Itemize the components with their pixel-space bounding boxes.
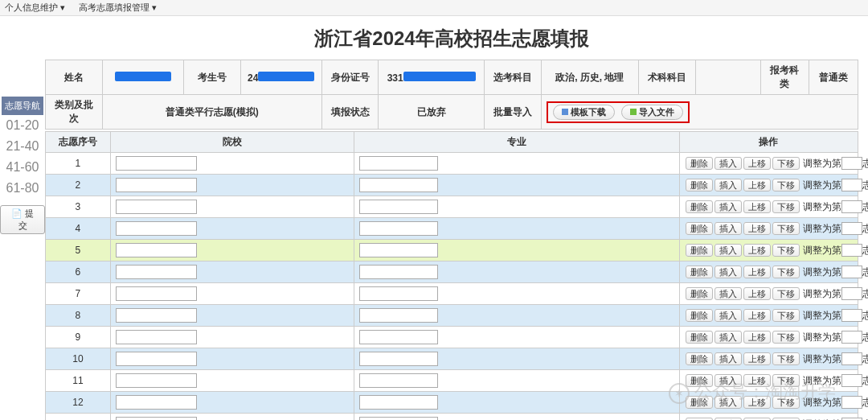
major-input[interactable] — [359, 221, 438, 236]
school-input[interactable] — [116, 395, 198, 410]
insert-button[interactable]: 插入 — [714, 331, 742, 344]
major-input[interactable] — [359, 286, 438, 301]
insert-button[interactable]: 插入 — [714, 244, 742, 257]
adjust-input[interactable] — [841, 352, 862, 365]
template-download-button[interactable]: 模板下载 — [553, 105, 615, 120]
delete-button[interactable]: 删除 — [686, 244, 713, 257]
menu-volunteer-mgmt[interactable]: 高考志愿填报管理 ▾ — [79, 2, 157, 12]
submit-button[interactable]: 📄 提交 — [0, 205, 45, 234]
move-down-button[interactable]: 下移 — [772, 179, 800, 191]
delete-button[interactable]: 删除 — [686, 374, 713, 387]
school-input[interactable] — [116, 417, 198, 420]
move-up-button[interactable]: 上移 — [743, 374, 771, 387]
delete-button[interactable]: 删除 — [686, 266, 713, 278]
major-input[interactable] — [359, 395, 438, 410]
delete-button[interactable]: 删除 — [686, 352, 713, 365]
major-input[interactable] — [359, 373, 438, 388]
move-up-button[interactable]: 上移 — [743, 179, 771, 191]
move-down-button[interactable]: 下移 — [772, 352, 800, 365]
school-input[interactable] — [116, 200, 198, 214]
delete-button[interactable]: 删除 — [686, 179, 713, 191]
major-input[interactable] — [359, 178, 438, 192]
school-input[interactable] — [116, 178, 198, 192]
adjust-input[interactable] — [841, 200, 862, 213]
insert-button[interactable]: 插入 — [714, 352, 742, 365]
school-input[interactable] — [116, 243, 198, 257]
insert-button[interactable]: 插入 — [714, 418, 742, 421]
school-input[interactable] — [116, 265, 198, 279]
adjust-input[interactable] — [841, 396, 862, 409]
major-input[interactable] — [359, 200, 438, 214]
adjust-input[interactable] — [841, 266, 862, 278]
insert-button[interactable]: 插入 — [714, 200, 742, 213]
nav-range-61-80[interactable]: 61-80 — [0, 178, 45, 199]
adjust-input[interactable] — [841, 179, 862, 191]
insert-button[interactable]: 插入 — [714, 396, 742, 409]
delete-button[interactable]: 删除 — [686, 200, 713, 213]
move-down-button[interactable]: 下移 — [772, 287, 800, 300]
move-down-button[interactable]: 下移 — [772, 157, 800, 170]
major-input[interactable] — [359, 352, 438, 366]
move-down-button[interactable]: 下移 — [772, 244, 800, 257]
delete-button[interactable]: 删除 — [686, 157, 713, 170]
adjust-input[interactable] — [841, 244, 862, 257]
school-input[interactable] — [116, 286, 198, 301]
adjust-input[interactable] — [841, 222, 862, 235]
insert-button[interactable]: 插入 — [714, 309, 742, 322]
move-up-button[interactable]: 上移 — [743, 418, 771, 421]
school-input[interactable] — [116, 330, 198, 344]
delete-button[interactable]: 删除 — [686, 222, 713, 235]
move-up-button[interactable]: 上移 — [743, 222, 771, 235]
major-input[interactable] — [359, 265, 438, 279]
move-up-button[interactable]: 上移 — [743, 331, 771, 344]
menu-personal-info[interactable]: 个人信息维护 ▾ — [5, 2, 65, 12]
nav-range-01-20[interactable]: 01-20 — [0, 115, 45, 136]
move-down-button[interactable]: 下移 — [772, 222, 800, 235]
nav-range-21-40[interactable]: 21-40 — [0, 136, 45, 157]
school-input[interactable] — [116, 308, 198, 323]
move-up-button[interactable]: 上移 — [743, 244, 771, 257]
move-up-button[interactable]: 上移 — [743, 309, 771, 322]
adjust-input[interactable] — [841, 309, 862, 322]
move-up-button[interactable]: 上移 — [743, 200, 771, 213]
insert-button[interactable]: 插入 — [714, 266, 742, 278]
delete-button[interactable]: 删除 — [686, 287, 713, 300]
move-down-button[interactable]: 下移 — [772, 396, 800, 409]
school-input[interactable] — [116, 156, 198, 171]
delete-button[interactable]: 删除 — [686, 396, 713, 409]
move-down-button[interactable]: 下移 — [772, 309, 800, 322]
move-down-button[interactable]: 下移 — [772, 331, 800, 344]
import-file-button[interactable]: 导入文件 — [621, 105, 683, 120]
major-input[interactable] — [359, 156, 438, 171]
move-up-button[interactable]: 上移 — [743, 287, 771, 300]
major-input[interactable] — [359, 308, 438, 323]
insert-button[interactable]: 插入 — [714, 287, 742, 300]
school-input[interactable] — [116, 373, 198, 388]
major-input[interactable] — [359, 243, 438, 257]
school-input[interactable] — [116, 352, 198, 366]
insert-button[interactable]: 插入 — [714, 179, 742, 191]
adjust-input[interactable] — [841, 287, 862, 300]
move-down-button[interactable]: 下移 — [772, 266, 800, 278]
adjust-input[interactable] — [841, 331, 862, 344]
move-up-button[interactable]: 上移 — [743, 352, 771, 365]
move-up-button[interactable]: 上移 — [743, 396, 771, 409]
move-up-button[interactable]: 上移 — [743, 266, 771, 278]
cat-label: 报考科类 — [760, 60, 809, 95]
major-input[interactable] — [359, 330, 438, 344]
delete-button[interactable]: 删除 — [686, 418, 713, 421]
insert-button[interactable]: 插入 — [714, 157, 742, 170]
insert-button[interactable]: 插入 — [714, 222, 742, 235]
adjust-input[interactable] — [841, 157, 862, 170]
delete-button[interactable]: 删除 — [686, 331, 713, 344]
major-input[interactable] — [359, 417, 438, 420]
insert-button[interactable]: 插入 — [714, 374, 742, 387]
move-down-button[interactable]: 下移 — [772, 418, 800, 421]
adjust-input[interactable] — [841, 374, 862, 387]
school-input[interactable] — [116, 221, 198, 236]
delete-button[interactable]: 删除 — [686, 309, 713, 322]
move-down-button[interactable]: 下移 — [772, 374, 800, 387]
move-up-button[interactable]: 上移 — [743, 157, 771, 170]
nav-range-41-60[interactable]: 41-60 — [0, 157, 45, 178]
move-down-button[interactable]: 下移 — [772, 200, 800, 213]
